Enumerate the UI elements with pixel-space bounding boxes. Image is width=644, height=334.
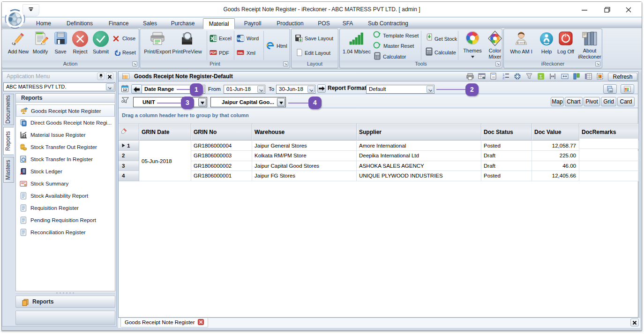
svg-text:Mr.WHITE: Mr.WHITE bbox=[517, 42, 526, 44]
svg-text:1:: 1: bbox=[502, 73, 505, 76]
svg-text:PDF: PDF bbox=[210, 51, 217, 54]
svg-text:W: W bbox=[237, 37, 241, 41]
svg-text:Σ: Σ bbox=[539, 74, 542, 79]
svg-text:2:: 2: bbox=[502, 76, 505, 80]
svg-text:12: 12 bbox=[123, 88, 127, 92]
svg-text:XML: XML bbox=[238, 52, 244, 54]
